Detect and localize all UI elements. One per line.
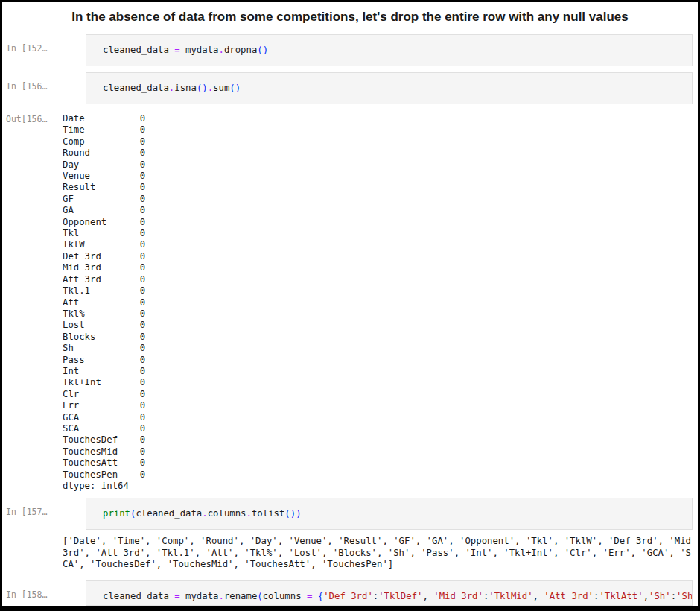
- code-line-156: cleaned_data.isna().sum(): [103, 82, 684, 95]
- stream-output: ['Date', 'Time', 'Comp', 'Round', 'Day',…: [63, 536, 693, 570]
- code-line-152: cleaned_data = mydata.dropna(): [103, 44, 684, 57]
- input-prompt-156: In [156…: [2, 72, 86, 92]
- markdown-title: In the absence of data from some competi…: [71, 10, 628, 24]
- notebook-page: In the absence of data from some competi…: [0, 0, 700, 611]
- code-cell-152: In [152… cleaned_data = mydata.dropna(): [2, 34, 693, 66]
- code-cell-158: In [158… cleaned_data = mydata.rename(co…: [2, 580, 693, 611]
- series-output: Date 0 Time 0 Comp 0 Round 0 Day 0 Venue…: [63, 113, 693, 492]
- code-editor-157[interactable]: print(cleaned_data.columns.tolist()): [86, 498, 693, 530]
- stream-output-cell-157: ['Date', 'Time', 'Comp', 'Round', 'Day',…: [2, 536, 693, 570]
- output-prompt-156: Out[156…: [2, 113, 86, 124]
- input-prompt-157: In [157…: [2, 498, 86, 517]
- scrollbar-thumb[interactable]: [87, 607, 538, 611]
- input-prompt-158: In [158…: [2, 580, 86, 600]
- code-editor-152[interactable]: cleaned_data = mydata.dropna(): [86, 34, 693, 66]
- code-editor-158[interactable]: cleaned_data = mydata.rename(columns = {…: [86, 580, 693, 611]
- code-line-157: print(cleaned_data.columns.tolist()): [103, 507, 684, 520]
- markdown-cell[interactable]: In the absence of data from some competi…: [2, 2, 698, 34]
- code-line-158: cleaned_data = mydata.rename(columns = {…: [103, 590, 684, 603]
- code-editor-156[interactable]: cleaned_data.isna().sum(): [86, 72, 693, 104]
- code-cell-156: In [156… cleaned_data.isna().sum(): [2, 72, 693, 104]
- horizontal-scrollbar[interactable]: [86, 605, 692, 611]
- output-cell-156: Out[156… Date 0 Time 0 Comp 0 Round 0 Da…: [2, 113, 693, 492]
- input-prompt-152: In [152…: [2, 34, 86, 54]
- code-cell-157: In [157… print(cleaned_data.columns.toli…: [2, 498, 693, 530]
